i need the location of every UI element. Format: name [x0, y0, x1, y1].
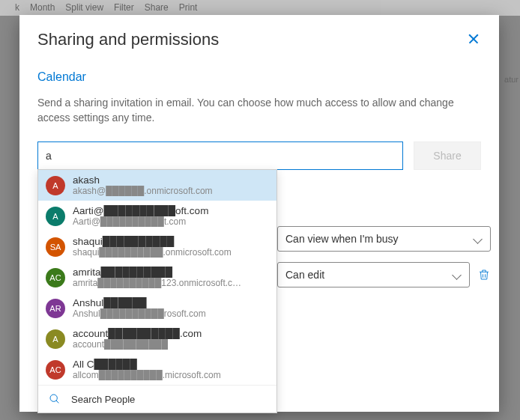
share-button[interactable]: Share: [414, 141, 481, 170]
suggestion-email: akash@██████.onmicrosoft.com: [73, 186, 269, 196]
avatar: A: [46, 329, 65, 349]
suggestion-name: shaqui██████████: [73, 236, 269, 247]
modal-title: Sharing and permissions: [37, 30, 219, 49]
permission-label: Can edit: [285, 269, 324, 281]
permission-select[interactable]: Can edit: [277, 262, 470, 287]
suggestion-item[interactable]: Aakashakash@██████.onmicrosoft.com: [38, 170, 276, 201]
svg-line-1: [56, 401, 58, 403]
close-icon[interactable]: [466, 31, 481, 46]
suggestion-email: Anshul██████████rosoft.com: [73, 308, 269, 319]
background-day-label: atur: [504, 75, 519, 84]
suggestion-name: Aarti@██████████oft.com: [73, 205, 269, 216]
search-icon: [49, 393, 61, 405]
avatar: A: [46, 207, 65, 226]
suggestion-email: allcom██████████.microsoft.com: [73, 370, 269, 380]
search-people-row[interactable]: Search People: [38, 385, 276, 413]
avatar: AC: [46, 268, 65, 287]
suggestion-item[interactable]: ACAll C██████allcom██████████.microsoft.…: [38, 354, 276, 385]
suggestion-name: account██████████.com: [73, 328, 269, 339]
suggestion-item[interactable]: ARAnshul██████Anshul██████████rosoft.com: [38, 293, 276, 323]
permissions-area: Can view when I'm busyCan edit: [277, 226, 491, 298]
svg-point-0: [50, 395, 57, 401]
avatar: AR: [46, 299, 65, 318]
suggestion-scroll[interactable]: Aakashakash@██████.onmicrosoft.comAAarti…: [38, 170, 276, 385]
chevron-down-icon: [474, 234, 483, 243]
suggestion-name: amrita██████████: [73, 267, 269, 278]
avatar: SA: [46, 237, 65, 257]
avatar: A: [46, 176, 65, 195]
suggestion-name: akash: [73, 174, 269, 186]
suggestion-item[interactable]: AAarti@██████████oft.comAarti@██████████…: [38, 201, 276, 231]
people-suggestion-dropdown: Aakashakash@██████.onmicrosoft.comAAarti…: [37, 169, 277, 413]
avatar: AC: [46, 360, 65, 380]
chevron-down-icon: [453, 270, 462, 279]
sharing-permissions-modal: Sharing and permissions Calendar Send a …: [19, 15, 499, 412]
trash-icon[interactable]: [477, 268, 491, 281]
search-people-label: Search People: [71, 394, 135, 405]
calendar-section-label: Calendar: [37, 70, 481, 84]
suggestion-email: shaqui██████████.onmicrosoft.com: [73, 247, 269, 258]
suggestion-item[interactable]: SAshaqui██████████shaqui██████████.onmic…: [38, 231, 276, 262]
suggestion-item[interactable]: Aaccount██████████.comaccount██████████: [38, 323, 276, 354]
permission-label: Can view when I'm busy: [285, 233, 399, 245]
permission-row: Can edit: [277, 262, 491, 287]
email-input[interactable]: [37, 141, 403, 170]
background-toolbar: k Month Split view Filter Share Print: [0, 0, 520, 16]
suggestion-item[interactable]: ACamrita██████████amrita██████████123.on…: [38, 262, 276, 293]
suggestion-email: account██████████: [73, 339, 269, 350]
suggestion-name: Anshul██████: [73, 297, 269, 308]
suggestion-name: All C██████: [73, 359, 269, 370]
suggestion-email: Aarti@██████████t.com: [73, 216, 269, 227]
suggestion-email: amrita██████████123.onmicrosoft.c…: [73, 278, 269, 288]
help-text: Send a sharing invitation in email. You …: [37, 96, 481, 125]
permission-select[interactable]: Can view when I'm busy: [277, 226, 491, 252]
permission-row: Can view when I'm busy: [277, 226, 491, 252]
